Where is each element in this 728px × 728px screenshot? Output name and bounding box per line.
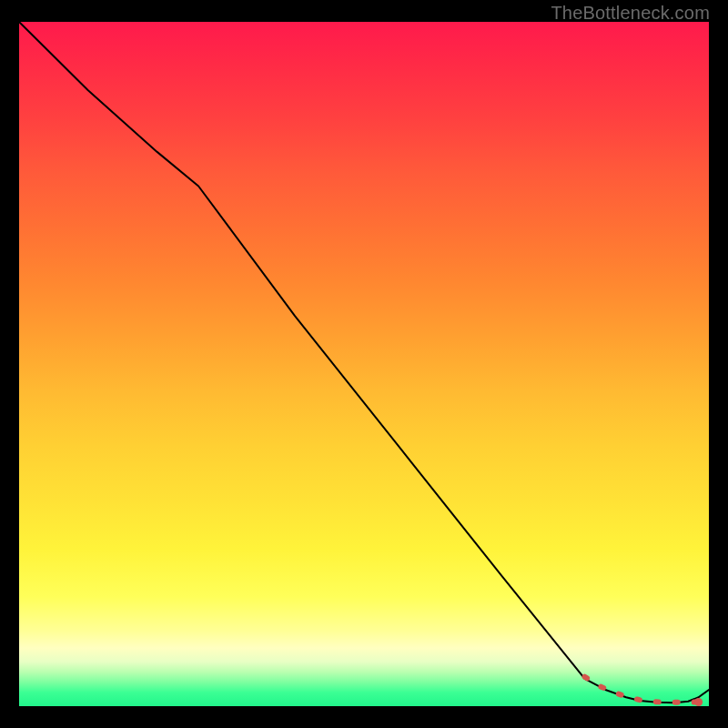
watermark-text: TheBottleneck.com [551,3,710,24]
chart-gradient-panel [19,22,709,706]
chart-frame: TheBottleneck.com [0,0,728,728]
